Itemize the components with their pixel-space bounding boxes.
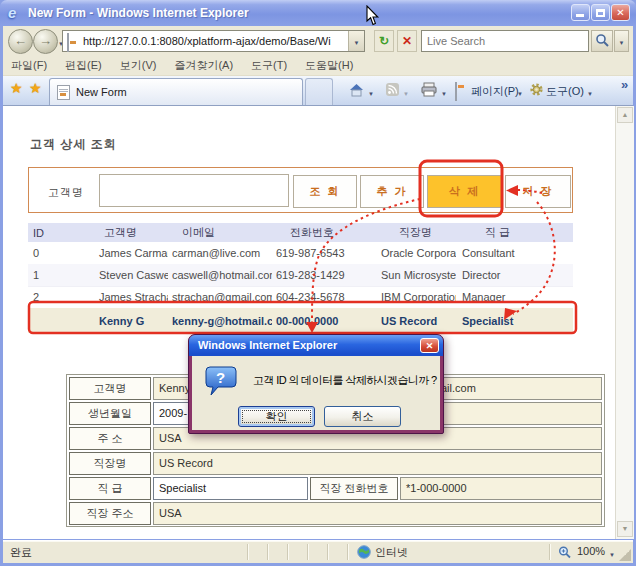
tab-new-form[interactable]: New Form: [49, 78, 303, 105]
favorites-star-icon[interactable]: ★: [10, 80, 23, 96]
refresh-icon: ↻: [379, 34, 389, 48]
minimize-button[interactable]: [571, 4, 590, 21]
table-row[interactable]: 2 James Strachai strachan@gmail.com 604-…: [28, 286, 573, 309]
printer-dropdown[interactable]: ▼: [441, 84, 447, 104]
address-field[interactable]: http://127.0.0.1:8080/xplatform-ajax/dem…: [62, 30, 365, 52]
page-favicon: [67, 33, 69, 52]
scroll-down-button[interactable]: ▼: [617, 521, 633, 537]
search-options-dropdown[interactable]: ▼: [614, 30, 629, 52]
customer-name-input[interactable]: [99, 174, 289, 207]
close-icon: ✕: [616, 7, 624, 18]
tab-title: New Form: [76, 86, 127, 98]
close-button[interactable]: ✕: [611, 4, 630, 21]
cell-position: Director: [456, 269, 573, 281]
col-header-phone[interactable]: 전화번호: [286, 225, 394, 240]
stop-button[interactable]: ✕: [397, 30, 417, 52]
detail-label: 직 급: [69, 477, 151, 500]
chevron-down-icon: ▼: [354, 40, 360, 46]
status-text: 완료: [10, 545, 32, 560]
toolbar-overflow-chevron[interactable]: »: [621, 77, 628, 92]
cell-email: carman@live.com: [168, 247, 272, 259]
zoom-dropdown[interactable]: ▼: [609, 545, 615, 565]
selected-table-row[interactable]: Kenny G kenny-g@hotmail.co 00-000-0000 U…: [28, 308, 573, 333]
col-header-position[interactable]: 직 급: [479, 225, 573, 240]
detail-label: 직장명: [69, 452, 151, 475]
detail-office-phone-value: *1-000-0000: [400, 477, 602, 500]
save-button[interactable]: 저 장: [505, 175, 571, 208]
dialog-title: Windows Internet Explorer: [198, 339, 337, 351]
col-header-email[interactable]: 이메일: [178, 225, 286, 240]
add-favorite-icon[interactable]: ★: [29, 80, 42, 96]
browser-window: e New Form - Windows Internet Explorer ✕…: [0, 0, 636, 566]
detail-label: 생년월일: [69, 402, 151, 425]
tools-menu-dropdown[interactable]: ▼: [587, 84, 593, 104]
table-row[interactable]: 1 Steven Caswel caswell@hotmail.com 619-…: [28, 264, 573, 287]
table-header-row: ID 고객명 이메일 전화번호 직장명 직 급: [28, 223, 573, 242]
status-divider: [287, 544, 289, 560]
address-bar-row: ← → ▼ http://127.0.0.1:8080/xplatform-aj…: [3, 26, 633, 57]
minimize-icon: [576, 14, 584, 17]
zoom-level[interactable]: 100%: [577, 545, 605, 557]
cell-name: James Strachai: [94, 291, 168, 303]
cell-company: IBM Corporation: [376, 291, 456, 303]
detail-position-input[interactable]: Specialist: [153, 477, 308, 500]
scroll-up-icon: ▲: [622, 111, 629, 118]
search-input[interactable]: [422, 31, 598, 51]
question-icon: ?: [205, 364, 239, 398]
detail-office-address: USA: [153, 502, 602, 525]
live-search-box[interactable]: [421, 30, 589, 52]
refresh-button[interactable]: ↻: [374, 30, 394, 52]
close-icon: ✕: [426, 341, 434, 351]
menu-file[interactable]: 파일(F): [11, 58, 47, 73]
resize-grip[interactable]: [619, 549, 631, 561]
col-header-company[interactable]: 직장명: [394, 225, 479, 240]
rss-feed-icon: [386, 83, 399, 96]
home-dropdown[interactable]: ▼: [368, 84, 374, 104]
confirm-dialog: Windows Internet Explorer ✕ ? 고객 ID 의 데이…: [188, 334, 444, 434]
back-button[interactable]: ←: [8, 29, 33, 54]
scroll-up-button[interactable]: ▲: [617, 107, 633, 123]
page-menu-dropdown[interactable]: ▼: [517, 84, 523, 104]
delete-button[interactable]: 삭 제: [427, 175, 502, 208]
maximize-icon: [596, 9, 605, 17]
gear-icon: [530, 83, 543, 96]
menu-edit[interactable]: 편집(E): [65, 58, 102, 73]
cancel-button[interactable]: 취소: [324, 406, 401, 427]
cell-phone: 619-987-6543: [272, 247, 376, 259]
cell-email: kenny-g@hotmail.co: [168, 315, 272, 327]
feed-dropdown: ▼: [403, 84, 409, 104]
menu-help[interactable]: 도움말(H): [305, 58, 353, 73]
window-title: New Form - Windows Internet Explorer: [28, 6, 249, 20]
page-menu[interactable]: 페이지(P): [471, 84, 519, 99]
forward-button[interactable]: →: [33, 29, 58, 54]
cell-position: Specialist: [456, 315, 573, 327]
printer-icon[interactable]: [421, 82, 437, 97]
scroll-down-icon: ▼: [622, 525, 629, 532]
new-tab-stub[interactable]: [305, 78, 333, 105]
cell-position: Consultant: [456, 247, 573, 259]
tools-menu[interactable]: 도구(O): [546, 84, 584, 99]
dialog-close-button[interactable]: ✕: [420, 338, 439, 353]
col-header-id[interactable]: ID: [28, 227, 99, 239]
detail-label: 직장 주소: [69, 502, 151, 525]
menu-tools[interactable]: 도구(T): [251, 58, 287, 73]
search-go-button[interactable]: [591, 30, 613, 52]
chevron-down-icon: ▼: [619, 40, 625, 46]
detail-label: 주 소: [69, 427, 151, 450]
address-dropdown[interactable]: ▼: [348, 31, 364, 51]
page-scrollbar[interactable]: ▲ ▼: [615, 106, 634, 539]
ok-button[interactable]: 확인: [238, 406, 315, 427]
query-button[interactable]: 조 회: [293, 175, 357, 208]
maximize-button[interactable]: [591, 4, 610, 21]
menu-view[interactable]: 보기(V): [120, 58, 157, 73]
cell-id: 0: [28, 247, 94, 259]
ie-logo-icon: e: [8, 4, 24, 21]
table-row[interactable]: 0 James Carman carman@live.com 619-987-6…: [28, 242, 573, 265]
home-icon[interactable]: [349, 83, 364, 97]
dialog-message: 고객 ID 의 데이터를 삭제하시겠습니까 ?: [253, 373, 437, 388]
menu-favorites[interactable]: 즐겨찾기(A): [174, 58, 233, 73]
cell-company: Oracle Corporati: [376, 247, 456, 259]
add-button[interactable]: 추 가: [360, 175, 424, 208]
cell-phone: 00-000-0000: [272, 315, 376, 327]
col-header-name[interactable]: 고객명: [99, 225, 178, 240]
